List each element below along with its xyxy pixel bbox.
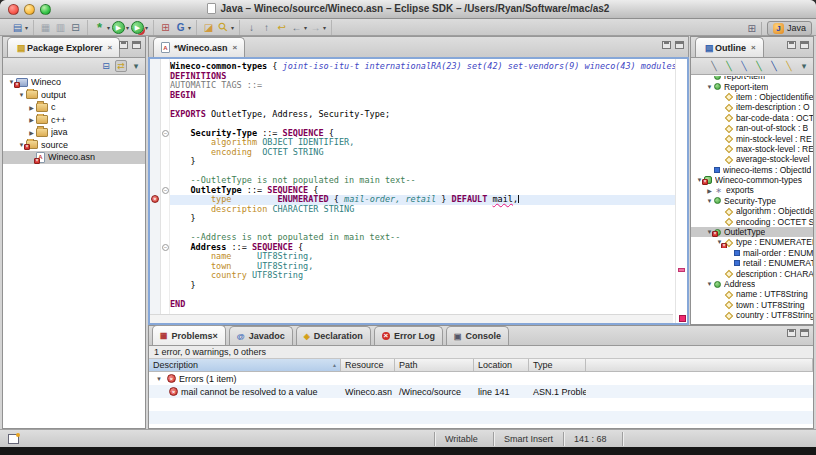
tab-package-explorer[interactable]: ▤ Package Explorer × [7, 37, 120, 57]
close-icon[interactable]: × [108, 43, 113, 52]
table-row[interactable]: ×mail cannot be resolved to a valueWinec… [149, 385, 813, 398]
problems-group-row[interactable]: ▼×Errors (1 item) [149, 372, 813, 385]
tab-javadoc[interactable]: @Javadoc [229, 326, 293, 345]
fast-view-icon[interactable] [8, 434, 19, 444]
dropdown-arrow-icon[interactable]: ▾ [25, 24, 28, 31]
maximize-view-button[interactable] [800, 329, 809, 337]
column-header-type[interactable]: Type [529, 359, 586, 371]
view-menu-icon[interactable]: ▾ [130, 61, 142, 71]
close-icon[interactable]: × [751, 43, 756, 52]
tree-item-min-stock-level-re[interactable]: min-stock-level : RE [691, 133, 813, 143]
hide-fields-icon[interactable]: ╲ [738, 61, 750, 71]
java-perspective-button[interactable]: J Java [767, 21, 812, 36]
back-icon[interactable]: ←▾ [290, 21, 307, 34]
tree-item-report-item[interactable]: ▼Report-item [691, 81, 813, 91]
focus-icon[interactable]: ╲ [708, 61, 720, 71]
tree-item-average-stock-level[interactable]: average-stock-level [691, 154, 813, 164]
maximize-editor-button[interactable] [675, 41, 684, 49]
maximize-view-button[interactable] [132, 41, 141, 49]
new-wizard-icon[interactable]: ▤▾ [11, 21, 28, 34]
dropdown-arrow-icon[interactable]: ▾ [126, 24, 129, 31]
fold-collapse-icon[interactable]: − [162, 187, 169, 194]
minimize-view-button[interactable] [787, 41, 796, 49]
tab-error-log[interactable]: ×Error Log [374, 326, 443, 345]
dropdown-arrow-icon[interactable]: ▾ [323, 24, 326, 31]
previous-annotation-icon[interactable]: ↑ [260, 21, 273, 34]
error-marker-icon[interactable]: × [151, 195, 159, 203]
column-header-description[interactable]: Description▲ [149, 359, 341, 371]
table-row[interactable] [149, 398, 813, 411]
last-edit-location-icon[interactable]: ↩ [275, 21, 288, 34]
fold-collapse-icon[interactable]: − [162, 244, 169, 251]
code-line[interactable]: country UTF8String [170, 271, 675, 281]
chevron-down-icon[interactable]: ▼ [705, 84, 714, 90]
tree-item-max-stock-level-re[interactable]: max-stock-level : RE [691, 144, 813, 154]
overview-ruler[interactable] [675, 59, 687, 323]
hide-types-icon[interactable]: ╲ [753, 61, 765, 71]
minimize-view-button[interactable] [787, 329, 796, 337]
tree-item-description-chara[interactable]: description : CHARA [691, 268, 813, 278]
minimize-editor-button[interactable] [662, 41, 671, 49]
tree-item-country-utf8string[interactable]: country : UTF8String [691, 310, 813, 320]
chevron-down-icon[interactable]: ▼ [705, 198, 714, 204]
maximize-view-button[interactable] [800, 41, 809, 49]
tree-item-wineco-asn[interactable]: A×Wineco.asn [3, 151, 145, 164]
tree-item-encoding-octet-st[interactable]: encoding : OCTET ST [691, 216, 813, 226]
run-icon[interactable]: ▶▾ [112, 21, 129, 34]
tree-item-mail-order-enum[interactable]: mail-order : ENUM [691, 248, 813, 258]
code-line[interactable]: } [170, 214, 675, 224]
code-line[interactable]: description CHARACTER STRING [170, 205, 675, 215]
chevron-down-icon[interactable]: ▼ [156, 376, 162, 382]
column-header-location[interactable]: Location [474, 359, 529, 371]
sort-icon[interactable]: ╲ [723, 61, 735, 71]
tree-item-security-type[interactable]: ▼Security-Type [691, 196, 813, 206]
tree-item-address[interactable]: ▼Address [691, 279, 813, 289]
tree-item-output[interactable]: ▼output [3, 89, 145, 102]
tree-item-exports[interactable]: ▶∗exports [691, 185, 813, 195]
annotation-gutter[interactable]: × [150, 59, 161, 323]
code-area[interactable]: Wineco-common-types { joint-iso-itu-t in… [170, 59, 675, 323]
code-line[interactable]: encoding OCTET STRING [170, 148, 675, 158]
code-line[interactable]: END [170, 300, 675, 310]
code-line[interactable]: BEGIN [170, 91, 675, 101]
tree-item-bar-code-data-oct[interactable]: bar-code-data : OCT [691, 113, 813, 123]
tree-item-java[interactable]: ▶java [3, 126, 145, 139]
tree-item-item-description-o[interactable]: item-description : O [691, 102, 813, 112]
fold-collapse-icon[interactable]: − [162, 130, 169, 137]
dropdown-arrow-icon[interactable]: ▾ [145, 24, 148, 31]
table-row[interactable] [149, 411, 813, 424]
tree-item-c[interactable]: ▶c [3, 101, 145, 114]
tree-item-retail-enumerat[interactable]: retail : ENUMERAT [691, 258, 813, 268]
code-line[interactable]: } [170, 157, 675, 167]
chevron-down-icon[interactable]: ▼ [17, 92, 26, 98]
print-icon[interactable]: ⊟ [69, 21, 82, 34]
tab-declaration[interactable]: ◈Declaration [296, 326, 371, 345]
tree-item-item-objectidentifie[interactable]: item : ObjectIdentifie [691, 92, 813, 102]
dropdown-arrow-icon[interactable]: ▾ [188, 24, 191, 31]
minimize-view-button[interactable] [119, 41, 128, 49]
open-type-icon[interactable]: G▾ [174, 21, 191, 34]
code-line[interactable]: Wineco-common-types { joint-iso-itu-t in… [170, 62, 675, 72]
tree-item-wineco-items-objectid[interactable]: wineco-items : ObjectId [691, 165, 813, 175]
run-external-tools-icon[interactable]: ▶▾ [131, 21, 148, 34]
tree-item-outlettype[interactable]: ▼×OutletType [691, 227, 813, 237]
tree-item-algorithm-objectide[interactable]: algorithm : ObjectIde [691, 206, 813, 216]
code-line[interactable]: EXPORTS OutletType, Address, Security-Ty… [170, 110, 675, 120]
horizontal-scrollbar[interactable] [150, 314, 673, 323]
tab-outline[interactable]: ▤ Outline × [695, 37, 764, 57]
code-line[interactable]: AUTOMATIC TAGS ::= [170, 81, 675, 91]
tab-wineco-asn[interactable]: A *Wineco.asn × [153, 37, 245, 57]
view-menu-icon[interactable]: ▾ [798, 61, 810, 71]
save-icon[interactable]: ▦ [39, 21, 52, 34]
forward-icon[interactable]: →▾ [309, 21, 326, 34]
column-header-resource[interactable]: Resource [341, 359, 395, 371]
close-icon[interactable]: × [213, 331, 218, 341]
overall-status-indicator[interactable] [679, 315, 686, 322]
dropdown-arrow-icon[interactable]: ▾ [304, 24, 307, 31]
chevron-right-icon[interactable]: ▶ [27, 116, 36, 123]
titlebar[interactable]: Java – Wineco/source/Wineco.asn – Eclips… [0, 0, 816, 19]
hide-value-assignments-icon[interactable]: ╲ [783, 61, 795, 71]
error-marker[interactable] [678, 268, 685, 272]
debug-icon[interactable]: *▾ [93, 21, 110, 34]
next-annotation-icon[interactable]: ↓ [245, 21, 258, 34]
